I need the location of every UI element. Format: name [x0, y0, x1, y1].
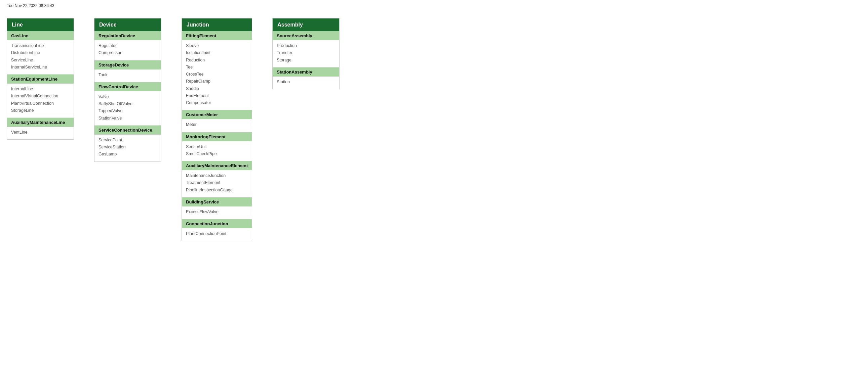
- list-item: Saddle: [186, 85, 248, 92]
- card-line: LineGasLineTransmissionLineDistributionL…: [7, 18, 74, 140]
- list-item: Transfer: [277, 49, 335, 57]
- section-items-stationequipmentline: InternalLineInternalVirtualConnectionPla…: [7, 83, 73, 118]
- list-item: TappedValve: [98, 107, 157, 114]
- list-item: TreatmentElement: [186, 179, 248, 186]
- list-item: SaftyShutOffValve: [98, 100, 157, 107]
- card-assembly: AssemblySourceAssemblyProductionTransfer…: [272, 18, 340, 89]
- section-items-storagedevice: Tank: [94, 69, 161, 82]
- section-header-fittingelement: FittingElement: [182, 31, 252, 40]
- list-item: Compressor: [98, 49, 157, 57]
- list-item: Meter: [186, 121, 248, 128]
- section-items-flowcontroldevice: ValveSaftyShutOffValveTappedValveStation…: [94, 91, 161, 126]
- section-header-sourceassembly: SourceAssembly: [273, 31, 339, 40]
- list-item: Sleeve: [186, 42, 248, 49]
- list-item: ServiceLine: [11, 57, 70, 64]
- section-header-stationassembly: StationAssembly: [273, 67, 339, 76]
- section-header-customermeter: CustomerMeter: [182, 110, 252, 119]
- list-item: PlantConnectionPoint: [186, 230, 248, 237]
- section-items-stationassembly: Station: [273, 76, 339, 89]
- list-item: SmellCheckPipe: [186, 150, 248, 158]
- section-items-connectionjunction: PlantConnectionPoint: [182, 228, 252, 241]
- section-header-storagedevice: StorageDevice: [94, 61, 161, 69]
- list-item: Compensator: [186, 99, 248, 106]
- section-header-gasline: GasLine: [7, 31, 73, 40]
- card-device: DeviceRegulationDeviceRegulatorCompresso…: [94, 18, 161, 162]
- list-item: StationValve: [98, 115, 157, 122]
- list-item: InternalVirtualConnection: [11, 93, 70, 100]
- card-header-junction: Junction: [182, 19, 252, 31]
- list-item: Regulator: [98, 42, 157, 49]
- section-header-auxiliarymaintenanceelement: AuxiliaryMaintenanceElement: [182, 161, 252, 170]
- card-header-line: Line: [7, 19, 73, 31]
- timestamp: Tue Nov 22 2022 08:36:43: [7, 3, 861, 8]
- card-header-assembly: Assembly: [273, 19, 339, 31]
- list-item: DistributionLine: [11, 49, 70, 57]
- list-item: RepairClamp: [186, 78, 248, 85]
- list-item: CrossTee: [186, 71, 248, 78]
- list-item: MaintenanceJunction: [186, 172, 248, 179]
- list-item: InternalLine: [11, 86, 70, 93]
- section-items-buildingservice: ExcessFlowValve: [182, 206, 252, 219]
- section-header-buildingservice: BuildingService: [182, 197, 252, 206]
- list-item: PlantVirtualConnection: [11, 100, 70, 107]
- list-item: StorageLine: [11, 107, 70, 114]
- list-item: Reduction: [186, 57, 248, 64]
- list-item: Storage: [277, 57, 335, 64]
- section-items-fittingelement: SleeveIsolationJointReductionTeeCrossTee…: [182, 40, 252, 110]
- section-items-sourceassembly: ProductionTransferStorage: [273, 40, 339, 67]
- list-item: ServiceStation: [98, 144, 157, 151]
- section-items-auxiliarymaintenanceelement: MaintenanceJunctionTreatmentElementPipel…: [182, 170, 252, 197]
- list-item: SensorUnit: [186, 143, 248, 150]
- list-item: Station: [277, 78, 335, 86]
- section-items-serviceconnectiondevice: ServicePointServiceStationGasLamp: [94, 135, 161, 162]
- section-header-monitoringelement: MonitoringElement: [182, 132, 252, 141]
- list-item: PipelineInspectionGauge: [186, 187, 248, 194]
- section-header-regulationdevice: RegulationDevice: [94, 31, 161, 40]
- list-item: Valve: [98, 93, 157, 100]
- section-items-regulationdevice: RegulatorCompressor: [94, 40, 161, 61]
- section-items-monitoringelement: SensorUnitSmellCheckPipe: [182, 141, 252, 162]
- list-item: IsolationJoint: [186, 49, 248, 57]
- list-item: Tank: [98, 71, 157, 78]
- list-item: Tee: [186, 64, 248, 71]
- list-item: GasLamp: [98, 151, 157, 158]
- list-item: ExcessFlowValve: [186, 208, 248, 215]
- list-item: EndElement: [186, 92, 248, 99]
- section-header-connectionjunction: ConnectionJunction: [182, 219, 252, 228]
- card-header-device: Device: [94, 19, 161, 31]
- list-item: VentLine: [11, 129, 70, 136]
- list-item: TransmissionLine: [11, 42, 70, 49]
- list-item: ServicePoint: [98, 137, 157, 144]
- section-items-customermeter: Meter: [182, 119, 252, 132]
- main-layout: LineGasLineTransmissionLineDistributionL…: [7, 18, 861, 241]
- section-header-flowcontroldevice: FlowControlDevice: [94, 82, 161, 91]
- section-header-serviceconnectiondevice: ServiceConnectionDevice: [94, 126, 161, 135]
- section-header-stationequipmentline: StationEquipmentLine: [7, 74, 73, 83]
- section-items-gasline: TransmissionLineDistributionLineServiceL…: [7, 40, 73, 74]
- list-item: InternalServiceLine: [11, 64, 70, 71]
- list-item: Production: [277, 42, 335, 49]
- section-header-auxiliarymaintenanceline: AuxiliaryMaintenanceLine: [7, 118, 73, 127]
- card-junction: JunctionFittingElementSleeveIsolationJoi…: [182, 18, 252, 241]
- section-items-auxiliarymaintenanceline: VentLine: [7, 127, 73, 139]
